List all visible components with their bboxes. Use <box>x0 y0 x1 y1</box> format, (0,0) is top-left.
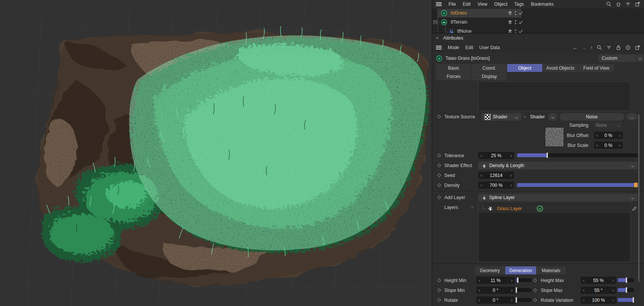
rotate-variation-slider[interactable] <box>618 298 634 302</box>
rotate-spinner[interactable]: ‹0 °› <box>476 296 515 304</box>
height-min-slider[interactable] <box>516 278 532 282</box>
noise-shader-button[interactable]: Noise <box>559 113 624 121</box>
visibility-dots-icon[interactable] <box>514 10 517 16</box>
spinner-decrement[interactable]: ‹ <box>581 298 587 303</box>
slope-max-spinner[interactable]: ‹55 °› <box>581 287 616 294</box>
slider-handle[interactable] <box>626 277 627 283</box>
density-slider[interactable] <box>517 183 638 187</box>
spinner-increment[interactable]: › <box>509 298 515 303</box>
preset-chevron-icon[interactable] <box>637 54 643 62</box>
menu-edit[interactable]: Edit <box>463 2 471 7</box>
shader-effect-dropdown[interactable]: Density & Length <box>478 162 638 169</box>
spinner-increment[interactable]: › <box>509 278 515 283</box>
density-spinner[interactable]: ‹ 700 % › <box>478 182 514 189</box>
spinner-decrement[interactable]: ‹ <box>476 298 482 303</box>
spinner-increment[interactable]: › <box>610 298 616 303</box>
menu-object[interactable]: Object <box>494 2 508 7</box>
slope-max-slider[interactable] <box>618 288 634 292</box>
add-layer-dropdown[interactable]: Spline Layer <box>478 194 638 201</box>
tolerance-slider[interactable] <box>517 153 638 157</box>
tab-display[interactable]: Display <box>472 72 507 80</box>
spinner-increment[interactable]: › <box>617 133 623 138</box>
height-max-slider[interactable] <box>618 278 634 282</box>
spinner-increment[interactable]: › <box>508 183 514 188</box>
enabled-check-icon[interactable] <box>518 20 523 25</box>
tolerance-spinner[interactable]: ‹ 25 % › <box>478 152 514 159</box>
blur-scale-spinner[interactable]: ‹ 0 % › <box>594 142 623 149</box>
more-options-button[interactable]: ... <box>626 113 638 121</box>
slope-min-slider[interactable] <box>516 288 532 292</box>
visibility-dots-icon[interactable] <box>514 29 517 33</box>
spinner-decrement[interactable]: ‹ <box>594 143 600 148</box>
collapse-expander-icon[interactable] <box>433 20 437 24</box>
forward-arrow-icon[interactable]: → <box>582 45 587 51</box>
tab-forces[interactable]: Forces <box>436 72 472 80</box>
slider-handle[interactable] <box>517 277 519 283</box>
spinner-decrement[interactable]: ‹ <box>478 183 484 188</box>
pencil-edit-icon[interactable] <box>631 206 638 212</box>
spinner-increment[interactable]: › <box>508 173 514 178</box>
tab-materials[interactable]: Materials <box>537 266 566 274</box>
visibility-dots-icon[interactable] <box>514 19 517 25</box>
tab-object[interactable]: Object <box>507 64 543 72</box>
hamburger-menu-icon[interactable] <box>436 46 442 50</box>
tab-generation[interactable]: Generation <box>505 266 537 274</box>
slope-min-spinner[interactable]: ‹0 °› <box>476 287 515 294</box>
panel-scrollbar[interactable] <box>638 114 639 282</box>
close-icon[interactable]: × <box>436 35 439 41</box>
grass-layer-name[interactable]: Grass Layer <box>497 206 522 211</box>
hamburger-menu-icon[interactable] <box>436 2 442 6</box>
slider-handle[interactable] <box>516 287 517 293</box>
new-window-icon[interactable] <box>634 45 641 51</box>
layer-row-grass[interactable]: Grass Layer <box>479 204 630 213</box>
enabled-check-icon[interactable] <box>518 11 523 16</box>
slider-handle[interactable] <box>547 153 548 158</box>
lock-icon[interactable] <box>615 45 622 51</box>
tab-field-of-view[interactable]: Field of View <box>578 64 615 72</box>
spinner-decrement[interactable]: ‹ <box>478 173 484 178</box>
preset-dropdown[interactable]: Custom <box>599 54 636 62</box>
texture-source-combo[interactable]: Shader <box>482 113 521 121</box>
layer-enabled-check-icon[interactable] <box>537 205 543 212</box>
shader-chevron-button[interactable] <box>548 113 557 121</box>
search-icon[interactable] <box>596 45 602 51</box>
spinner-decrement[interactable]: ‹ <box>476 278 482 283</box>
rotate-slider[interactable] <box>516 298 532 302</box>
menu-mode[interactable]: Mode <box>448 45 459 50</box>
menu-bookmarks[interactable]: Bookmarks <box>531 2 554 7</box>
rotate-variation-spinner[interactable]: ‹100 %› <box>581 296 616 304</box>
blur-offset-spinner[interactable]: ‹ 0 % › <box>594 132 623 139</box>
filter-icon[interactable] <box>606 45 612 51</box>
search-icon[interactable] <box>606 1 612 7</box>
menu-tags[interactable]: Tags <box>514 2 524 7</box>
menu-view[interactable]: View <box>477 2 487 7</box>
spinner-increment[interactable]: › <box>610 288 616 293</box>
spinner-increment[interactable]: › <box>617 143 623 148</box>
spinner-decrement[interactable]: ‹ <box>581 288 587 293</box>
spinner-increment[interactable]: › <box>508 153 514 158</box>
filter-icon[interactable] <box>625 1 631 7</box>
tab-geometry[interactable]: Geometry <box>475 266 505 274</box>
slider-handle[interactable] <box>516 297 517 303</box>
slider-handle-orange[interactable] <box>634 183 638 187</box>
back-arrow-icon[interactable]: ← <box>573 45 578 51</box>
height-min-spinner[interactable]: ‹11 %› <box>476 277 515 284</box>
object-row-tfterrain[interactable]: tfTerrain <box>432 18 644 27</box>
target-icon[interactable] <box>625 45 631 51</box>
spinner-decrement[interactable]: ‹ <box>478 153 484 158</box>
slider-handle[interactable] <box>633 297 634 303</box>
menu-file[interactable]: File <box>449 2 456 7</box>
height-max-spinner[interactable]: ‹55 %› <box>581 277 616 284</box>
spinner-increment[interactable]: › <box>509 288 515 293</box>
layers-expander-icon[interactable]: › <box>471 204 473 210</box>
slider-handle[interactable] <box>626 287 627 293</box>
spinner-decrement[interactable]: ‹ <box>476 288 482 293</box>
layer-stack-icon[interactable] <box>507 29 513 33</box>
tab-basic[interactable]: Basic <box>436 64 472 72</box>
spinner-decrement[interactable]: ‹ <box>581 278 587 283</box>
menu-edit[interactable]: Edit <box>465 45 473 50</box>
up-arrow-icon[interactable]: ↑ <box>590 45 593 51</box>
seed-spinner[interactable]: ‹ 12614 › <box>478 172 514 179</box>
menu-user-data[interactable]: User Data <box>479 45 500 50</box>
enabled-check-icon[interactable] <box>518 29 523 33</box>
